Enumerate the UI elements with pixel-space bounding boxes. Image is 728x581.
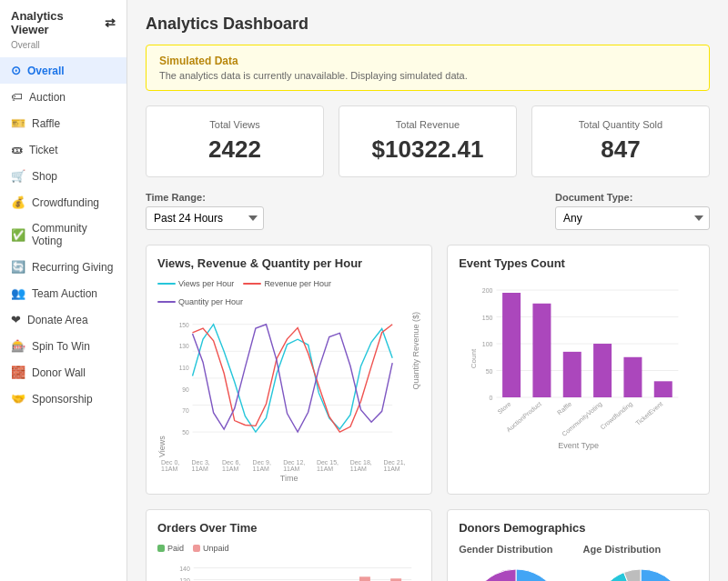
sidebar-item-community-voting[interactable]: ✅Community Voting <box>0 215 126 254</box>
svg-rect-24 <box>533 304 551 397</box>
demo-card: Donors Demographics Gender Distribution … <box>447 509 710 581</box>
stat-card-2: Total Quantity Sold847 <box>531 105 710 177</box>
sidebar-icon-7: 🔄 <box>11 260 25 274</box>
svg-text:Store: Store <box>497 400 512 415</box>
sidebar-icon-5: 💰 <box>11 195 25 209</box>
sidebar-label-6: Community Voting <box>32 222 116 247</box>
svg-rect-28 <box>593 344 612 397</box>
event-bar-svg: Count050100150200StoreAuctionProductRaff… <box>459 279 698 438</box>
svg-text:0: 0 <box>490 395 493 401</box>
svg-text:120: 120 <box>179 577 190 581</box>
line-chart-title: Views, Revenue & Quantity per Hour <box>157 256 420 270</box>
svg-text:200: 200 <box>482 287 493 294</box>
orders-legend: PaidUnpaid <box>157 544 420 553</box>
doc-type-select[interactable]: AnyAuctionRaffleTicketShop <box>555 206 710 230</box>
stat-label-1: Total Revenue <box>352 119 503 130</box>
demo-inner: Gender Distribution malefemaleother Age … <box>459 544 698 581</box>
sidebar-icon-0: ⊙ <box>11 64 21 77</box>
sidebar-label-5: Crowdfunding <box>32 196 99 209</box>
doc-type-label: Document Type: <box>555 192 710 203</box>
stat-label-2: Total Quantity Sold <box>545 119 696 130</box>
svg-text:Crowdfunding: Crowdfunding <box>600 400 634 431</box>
line-chart-svg: 150130110907050 <box>168 312 410 457</box>
views-y-label: Views <box>157 312 167 457</box>
sidebar-label-8: Team Auction <box>32 287 97 300</box>
stat-value-1: $10322.41 <box>352 135 503 164</box>
svg-text:Raffle: Raffle <box>556 400 572 416</box>
line-x-title: Time <box>157 474 420 483</box>
sidebar-item-donor-wall[interactable]: 🧱Donor Wall <box>0 359 126 386</box>
svg-text:110: 110 <box>179 365 189 371</box>
sidebar-label-9: Donate Area <box>27 314 88 326</box>
svg-text:Count: Count <box>470 348 479 368</box>
gender-pie-container: malefemaleother <box>459 560 573 581</box>
svg-text:100: 100 <box>482 341 493 347</box>
sidebar-icon-1: 🏷 <box>11 90 23 104</box>
time-range-label: Time Range: <box>146 192 264 203</box>
time-range-select[interactable]: Past 24 HoursPast 7 DaysPast 30 DaysAll … <box>146 206 264 230</box>
swap-icon[interactable]: ⇄ <box>105 15 116 30</box>
svg-text:130: 130 <box>179 343 189 349</box>
doc-type-filter: Document Type: AnyAuctionRaffleTicketSho… <box>555 192 710 230</box>
orders-y-label: Number of Orders <box>157 558 167 581</box>
app-name: Analytics Viewer <box>11 9 105 36</box>
gender-title: Gender Distribution <box>459 544 573 555</box>
svg-rect-22 <box>502 293 521 397</box>
sidebar-item-raffle[interactable]: 🎫Raffle <box>0 110 126 136</box>
svg-text:150: 150 <box>179 322 189 328</box>
sidebar-header: Analytics Viewer ⇄ <box>0 0 126 40</box>
stat-value-0: 2422 <box>159 135 310 164</box>
age-pie-container: 18-2425-3435-4445-5455-6465+N/A <box>583 560 698 581</box>
sidebar-item-ticket[interactable]: 🎟Ticket <box>0 136 126 163</box>
time-range-filter: Time Range: Past 24 HoursPast 7 DaysPast… <box>146 192 264 230</box>
sidebar-icon-2: 🎫 <box>11 116 25 130</box>
line-legend-item: Revenue per Hour <box>243 279 331 288</box>
event-types-card: Event Types Count Count050100150200Store… <box>447 245 710 495</box>
orders-bar-svg: 020406080100120140Apr 20Apr 21Apr 22Apr … <box>168 558 420 581</box>
main-content: Analytics Dashboard Simulated Data The a… <box>127 0 728 581</box>
sidebar-icon-4: 🛒 <box>11 169 25 183</box>
sidebar-item-donate-area[interactable]: ❤Donate Area <box>0 306 126 333</box>
sidebar-label-10: Spin To Win <box>32 340 90 353</box>
age-pie-svg <box>586 560 695 581</box>
quantity-y-label: Quantity <box>411 359 420 390</box>
orders-title: Orders Over Time <box>157 521 420 535</box>
sidebar-label-4: Shop <box>32 170 57 183</box>
sidebar-item-crowdfunding[interactable]: 💰Crowdfunding <box>0 189 126 215</box>
svg-rect-32 <box>654 381 672 397</box>
svg-text:70: 70 <box>182 407 189 414</box>
demo-title: Donors Demographics <box>459 521 698 535</box>
svg-rect-65 <box>359 576 370 581</box>
app-sub: Overall <box>0 40 126 57</box>
charts-row-1: Views, Revenue & Quantity per Hour Views… <box>146 245 710 495</box>
age-title: Age Distribution <box>583 544 698 555</box>
line-legend: Views per HourRevenue per HourQuantity p… <box>157 279 420 306</box>
stat-card-0: Total Views2422 <box>146 105 324 177</box>
event-types-title: Event Types Count <box>459 256 698 270</box>
sidebar-item-auction[interactable]: 🏷Auction <box>0 84 126 110</box>
sidebar-nav: ⊙Overall🏷Auction🎫Raffle🎟Ticket🛒Shop💰Crow… <box>0 57 126 412</box>
svg-rect-26 <box>563 352 581 397</box>
line-chart-card: Views, Revenue & Quantity per Hour Views… <box>146 245 432 495</box>
svg-text:140: 140 <box>179 566 190 572</box>
svg-text:90: 90 <box>182 386 189 393</box>
sidebar-item-recurring-giving[interactable]: 🔄Recurring Giving <box>0 254 126 280</box>
sidebar-label-12: Sponsorship <box>32 393 93 406</box>
age-section: Age Distribution 18-2425-3435-4445-5455-… <box>583 544 698 581</box>
event-x-title: Event Type <box>459 441 698 450</box>
stat-label-0: Total Views <box>159 119 310 130</box>
sidebar-icon-9: ❤ <box>11 313 21 326</box>
sidebar-item-overall[interactable]: ⊙Overall <box>0 57 126 84</box>
svg-text:150: 150 <box>482 315 493 321</box>
sidebar-item-spin-to-win[interactable]: 🎰Spin To Win <box>0 333 126 359</box>
svg-rect-30 <box>624 357 642 397</box>
sidebar: Analytics Viewer ⇄ Overall ⊙Overall🏷Auct… <box>0 0 127 581</box>
sidebar-label-7: Recurring Giving <box>32 261 113 274</box>
sidebar-item-shop[interactable]: 🛒Shop <box>0 163 126 189</box>
revenue-y-label: Revenue ($) <box>411 312 420 357</box>
sidebar-item-team-auction[interactable]: 👥Team Auction <box>0 280 126 306</box>
sidebar-item-sponsorship[interactable]: 🤝Sponsorship <box>0 386 126 412</box>
stat-value-2: 847 <box>545 135 696 164</box>
gender-pie-svg <box>461 560 571 581</box>
sidebar-icon-8: 👥 <box>11 286 25 300</box>
